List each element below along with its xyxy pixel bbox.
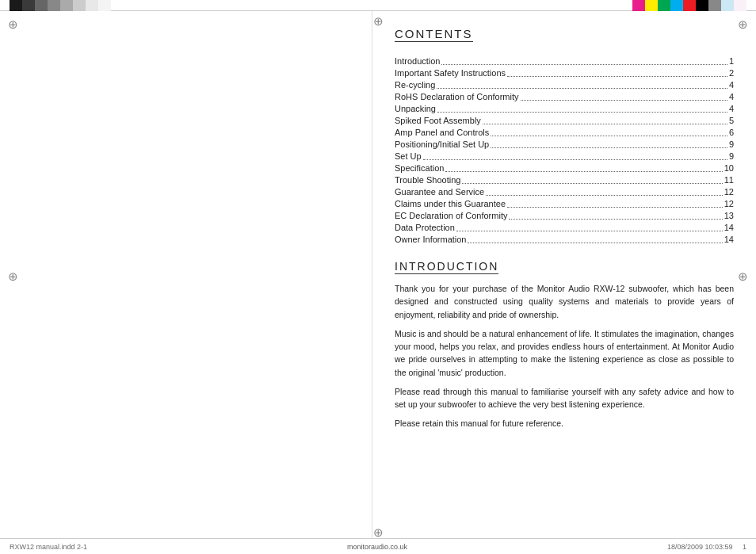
toc-row: Introduction1 [395,56,734,66]
swatch-black [10,0,22,11]
footer-date: 18/08/2009 10:03:59 [667,543,733,551]
swatch-black2 [696,0,708,11]
intro-paragraph: Please read through this manual to famil… [395,385,734,411]
intro-heading: INTRODUCTION [395,260,498,274]
swatch-near-white [86,0,98,11]
toc-row: Data Protection14 [395,223,734,232]
toc-page-number: 13 [724,211,734,220]
intro-paragraph: Thank you for your purchase of the Monit… [395,282,734,321]
toc-label: Data Protection [395,223,455,232]
toc-label: Owner Information [395,235,466,244]
toc-row: RoHS Declaration of Conformity4 [395,92,734,101]
swatch-off-white [98,0,111,11]
toc-label: Introduction [395,56,440,66]
toc-page-number: 12 [724,187,734,197]
swatch-dark-gray [22,0,35,11]
toc-row: Trouble Shooting11 [395,175,734,185]
contents-heading: CONTENTS [395,27,473,42]
toc-label: Claims under this Guarantee [395,199,506,208]
swatch-light-gray [60,0,73,11]
table-of-contents: Introduction1Important Safety Instructio… [395,56,734,244]
toc-label: Spiked Foot Assembly [395,116,481,125]
toc-label: Trouble Shooting [395,175,460,185]
toc-dots [456,231,723,231]
toc-page-number: 4 [729,80,734,90]
toc-page-number: 1 [729,56,734,66]
right-column: CONTENTS Introduction1Important Safety I… [372,11,756,538]
toc-dots [491,147,727,148]
bottom-bar: RXW12 manual.indd 2-1 monitoraudio.co.uk… [0,538,756,554]
toc-dots [486,195,723,196]
top-bar [0,0,756,11]
toc-page-number: 12 [724,199,734,208]
toc-dots [441,64,727,65]
toc-label: Unpacking [395,104,436,113]
swatch-yellow [645,0,658,11]
toc-row: Amp Panel and Controls6 [395,128,734,137]
toc-dots [491,136,727,136]
toc-page-number: 14 [724,223,734,232]
toc-row: Owner Information14 [395,235,734,244]
toc-row: Claims under this Guarantee12 [395,199,734,208]
toc-label: Amp Panel and Controls [395,128,489,137]
toc-label: RoHS Declaration of Conformity [395,92,519,101]
toc-dots [423,159,727,160]
toc-dots [507,76,727,77]
swatch-light-pink [734,0,746,11]
toc-dots [437,112,727,113]
toc-label: Set Up [395,151,422,161]
toc-row: Positioning/Initial Set Up9 [395,139,734,149]
toc-page-number: 6 [729,128,734,137]
toc-page-number: 4 [729,104,734,113]
swatch-green [658,0,670,11]
swatch-gray [48,0,60,11]
toc-row: Specification10 [395,163,734,173]
toc-page-number: 9 [729,151,734,161]
toc-row: Set Up9 [395,151,734,161]
intro-paragraph: Music is and should be a natural enhance… [395,327,734,379]
toc-row: Re-cycling4 [395,80,734,90]
toc-dots [483,124,727,124]
swatch-lighter-gray [73,0,86,11]
footer-website: monitoraudio.co.uk [87,543,667,551]
toc-row: Important Safety Instructions2 [395,68,734,78]
swatch-red [683,0,696,11]
intro-paragraphs: Thank you for your purchase of the Monit… [395,282,734,430]
footer-page-number: 1 [743,543,746,551]
toc-dots [437,88,727,89]
toc-dots [445,171,722,172]
toc-label: Specification [395,163,444,173]
toc-dots [462,183,722,184]
swatch-cyan [670,0,683,11]
toc-row: Unpacking4 [395,104,734,113]
toc-label: Guarantee and Service [395,187,484,197]
toc-page-number: 11 [724,175,734,185]
toc-row: Guarantee and Service12 [395,187,734,197]
toc-label: Re-cycling [395,80,435,90]
color-swatches-right [632,0,746,11]
toc-page-number: 9 [729,139,734,149]
swatch-mid-gray [35,0,48,11]
toc-page-number: 5 [729,116,734,125]
toc-label: Important Safety Instructions [395,68,506,78]
toc-dots [507,207,723,208]
footer-left: RXW12 manual.indd 2-1 [10,543,87,551]
toc-label: EC Declaration of Conformity [395,211,507,220]
intro-paragraph: Please retain this manual for future ref… [395,417,734,430]
toc-dots [521,100,727,101]
left-column [0,11,372,538]
color-swatches-left [10,0,111,11]
toc-page-number: 4 [729,92,734,101]
toc-page-number: 10 [724,163,734,173]
toc-label: Positioning/Initial Set Up [395,139,489,149]
footer-right: 18/08/2009 10:03:59 1 [667,543,746,551]
swatch-pink [632,0,645,11]
toc-page-number: 14 [724,235,734,244]
toc-row: EC Declaration of Conformity13 [395,211,734,220]
toc-dots [509,219,722,220]
swatch-light-blue [721,0,734,11]
toc-page-number: 2 [729,68,734,78]
toc-row: Spiked Foot Assembly5 [395,116,734,125]
toc-dots [468,243,722,243]
swatch-gray2 [708,0,721,11]
